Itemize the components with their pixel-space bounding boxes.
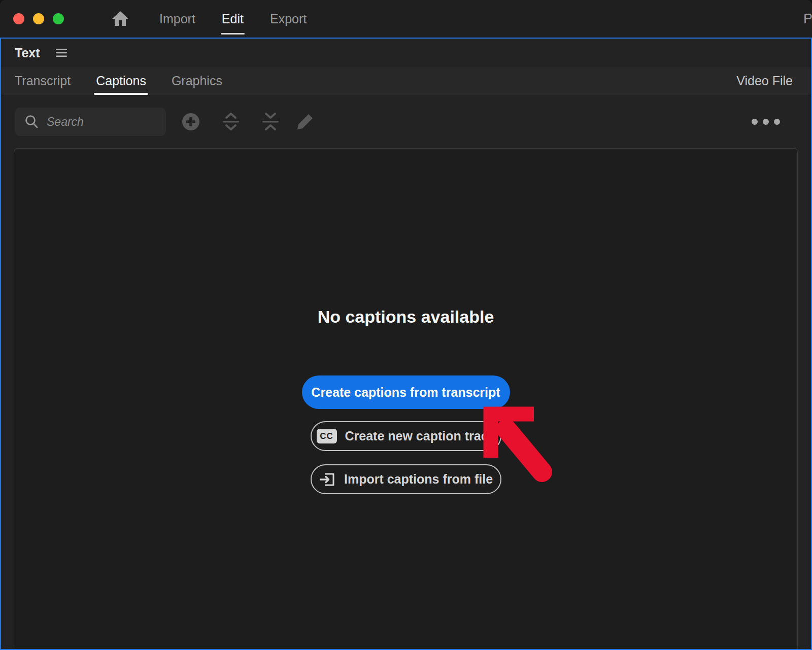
- captions-toolbar: [1, 95, 811, 148]
- split-captions-button[interactable]: [220, 112, 242, 132]
- search-icon: [24, 114, 39, 129]
- tab-graphics[interactable]: Graphics: [172, 67, 222, 95]
- search-input-box[interactable]: [15, 108, 166, 136]
- window-titlebar: Import Edit Export Pr: [0, 0, 812, 38]
- zoom-window-button[interactable]: [53, 13, 64, 24]
- text-panel: Text Transcript Captions Graphics Video …: [0, 38, 812, 650]
- video-file-label: Video File: [736, 74, 793, 88]
- premiere-pro-window: Import Edit Export Pr Text Transcript Ca…: [0, 0, 812, 650]
- captions-empty-state: No captions available Create captions fr…: [14, 148, 798, 649]
- empty-state-title: No captions available: [318, 307, 494, 327]
- edit-pencil-button[interactable]: [295, 112, 315, 132]
- panel-tabstrip: Transcript Captions Graphics Video File: [1, 67, 811, 95]
- add-caption-button[interactable]: [181, 112, 200, 131]
- workspace-tab-edit[interactable]: Edit: [222, 12, 244, 26]
- primary-button-label: Create captions from transcript: [311, 385, 500, 400]
- panel-header: Text: [1, 39, 811, 67]
- workspace-tab-import[interactable]: Import: [159, 12, 195, 26]
- home-icon[interactable]: [111, 9, 130, 28]
- close-window-button[interactable]: [13, 13, 24, 24]
- panel-menu-icon[interactable]: [55, 48, 67, 57]
- secondary-button-label: Create new caption track: [345, 429, 495, 443]
- search-input[interactable]: [47, 115, 159, 129]
- import-file-icon: [319, 471, 336, 488]
- more-options-button[interactable]: [751, 118, 781, 125]
- create-new-caption-track-button[interactable]: CC Create new caption track: [311, 421, 501, 451]
- tertiary-button-label: Import captions from file: [344, 472, 493, 487]
- panel-title: Text: [15, 46, 40, 60]
- tab-transcript[interactable]: Transcript: [15, 67, 71, 95]
- window-controls: [0, 13, 64, 24]
- closed-captions-icon: CC: [317, 429, 337, 443]
- workspace-switcher: Import Edit Export: [159, 12, 307, 26]
- import-captions-from-file-button[interactable]: Import captions from file: [311, 464, 501, 494]
- app-name-label: Pr: [803, 11, 812, 27]
- minimize-window-button[interactable]: [33, 13, 44, 24]
- merge-captions-button[interactable]: [259, 112, 282, 132]
- create-captions-from-transcript-button[interactable]: Create captions from transcript: [302, 375, 510, 409]
- tab-captions[interactable]: Captions: [96, 67, 146, 95]
- workspace-tab-export[interactable]: Export: [270, 12, 307, 26]
